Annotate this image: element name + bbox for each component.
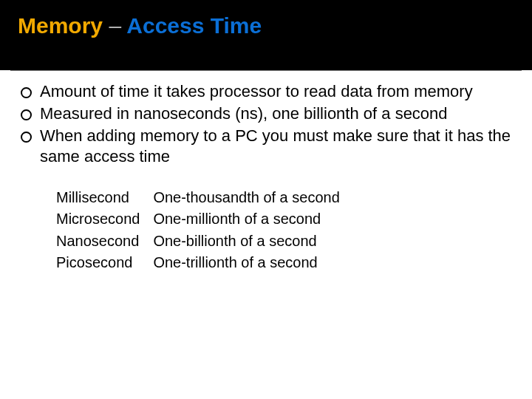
- unit-def: One-trillionth of a second: [153, 252, 345, 274]
- bullet-item: When adding memory to a PC you must make…: [19, 126, 513, 167]
- bullet-item: Measured in nanoseconds (ns), one billio…: [19, 103, 513, 124]
- title-dash: –: [109, 13, 121, 38]
- table-row: Picosecond One-trillionth of a second: [56, 252, 346, 274]
- units-table: Millisecond One-thousandth of a second M…: [56, 187, 346, 274]
- table-row: Microsecond One-millionth of a second: [56, 208, 346, 231]
- units-table-wrap: Millisecond One-thousandth of a second M…: [56, 187, 513, 274]
- title-part-2: Access Time: [126, 13, 262, 38]
- unit-name: Millisecond: [56, 187, 153, 209]
- content-area: Amount of time it takes processor to rea…: [0, 71, 532, 274]
- unit-name: Nanosecond: [56, 231, 153, 253]
- slide-title: Memory – Access Time: [18, 13, 514, 38]
- unit-name: Picosecond: [56, 252, 153, 274]
- unit-def: One-millionth of a second: [153, 208, 345, 231]
- table-row: Nanosecond One-billionth of a second: [56, 231, 346, 253]
- bullet-list: Amount of time it takes processor to rea…: [19, 81, 513, 168]
- title-part-1: Memory: [18, 13, 103, 38]
- bullet-item: Amount of time it takes processor to rea…: [19, 81, 513, 102]
- unit-def: One-billionth of a second: [153, 231, 345, 253]
- unit-name: Microsecond: [56, 208, 153, 231]
- title-band: Memory – Access Time: [0, 0, 532, 70]
- table-row: Millisecond One-thousandth of a second: [56, 187, 346, 209]
- unit-def: One-thousandth of a second: [153, 187, 345, 209]
